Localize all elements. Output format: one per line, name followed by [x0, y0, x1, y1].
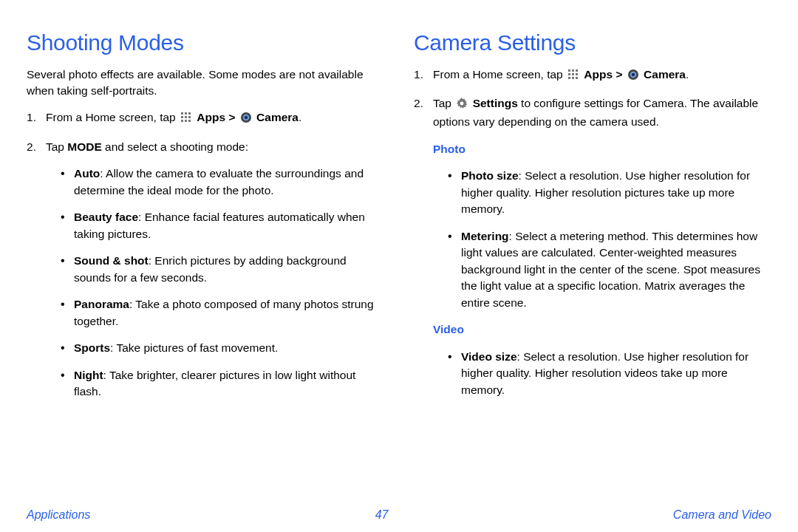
svg-rect-8 — [188, 120, 191, 122]
camera-icon — [627, 69, 639, 85]
step-1: From a Home screen, tap Apps > Camera. — [414, 66, 771, 85]
apps-label: Apps — [197, 111, 225, 123]
step-1: From a Home screen, tap Apps > Camera. — [27, 109, 384, 128]
mode-name: Auto — [74, 167, 100, 180]
mode-name: Night — [74, 369, 103, 381]
step-2: Tap MODE and select a shooting mode: Aut… — [27, 139, 384, 400]
svg-rect-15 — [568, 73, 570, 75]
camera-label: Camera — [644, 68, 686, 81]
subhead-photo: Photo — [414, 141, 771, 157]
list-item: Beauty face: Enhance facial features aut… — [61, 209, 384, 242]
svg-point-24 — [460, 102, 464, 106]
video-list: Video size: Select a resolution. Use hig… — [414, 349, 771, 398]
item-name: Photo size — [461, 169, 519, 182]
footer-left: Applications — [27, 508, 90, 522]
item-name: Metering — [461, 230, 509, 242]
svg-rect-16 — [572, 73, 574, 75]
mode-name: Sports — [74, 341, 110, 354]
mode-desc: : Allow the camera to evaluate the surro… — [74, 167, 364, 196]
svg-rect-17 — [576, 73, 578, 75]
svg-rect-4 — [185, 116, 187, 118]
svg-rect-13 — [572, 69, 574, 72]
list-item: Auto: Allow the camera to evaluate the s… — [61, 166, 384, 199]
subhead-video: Video — [414, 321, 771, 338]
list-item: Metering: Select a metering method. This… — [448, 228, 771, 311]
svg-rect-12 — [568, 69, 570, 72]
settings-steps: From a Home screen, tap Apps > Camera. T… — [414, 66, 771, 131]
list-item: Sports: Take pictures of fast movement. — [61, 340, 384, 356]
svg-point-23 — [632, 72, 635, 75]
gear-icon — [456, 98, 468, 114]
settings-label: Settings — [473, 97, 518, 109]
footer-right: Camera and Video — [673, 508, 771, 522]
list-item: Panorama: Take a photo composed of many … — [61, 296, 384, 330]
step2-prefix: Tap — [433, 97, 454, 109]
apps-grid-icon — [567, 69, 579, 85]
list-item: Night: Take brighter, clearer pictures i… — [61, 367, 384, 400]
list-item: Video size: Select a resolution. Use hig… — [448, 349, 771, 398]
gt: > — [613, 68, 626, 81]
svg-rect-19 — [572, 77, 574, 79]
heading-shooting-modes: Shooting Modes — [27, 27, 384, 59]
mode-desc: : Take pictures of fast movement. — [110, 341, 278, 354]
gt: > — [225, 111, 239, 123]
steps-list: From a Home screen, tap Apps > Camera. T… — [27, 109, 384, 400]
svg-rect-18 — [568, 77, 570, 79]
camera-label: Camera — [256, 111, 299, 123]
step-2: Tap Settings to configure settings for C… — [414, 95, 771, 131]
intro-text: Several photo effects are available. Som… — [27, 66, 384, 100]
mode-desc: : Take brighter, clearer pictures in low… — [74, 369, 355, 398]
period: . — [299, 111, 301, 123]
mode-label: MODE — [67, 140, 102, 153]
heading-camera-settings: Camera Settings — [414, 27, 771, 59]
photo-list: Photo size: Select a resolution. Use hig… — [414, 168, 771, 311]
mode-name: Beauty face — [74, 211, 138, 223]
modes-list: Auto: Allow the camera to evaluate the s… — [46, 166, 384, 400]
step1-prefix: From a Home screen, tap — [433, 68, 566, 81]
svg-rect-5 — [188, 116, 191, 118]
svg-rect-1 — [185, 112, 187, 115]
svg-rect-7 — [185, 120, 187, 122]
apps-label: Apps — [584, 68, 613, 81]
step2-suffix: and select a shooting mode: — [102, 140, 248, 153]
period: . — [686, 68, 689, 81]
step1-prefix: From a Home screen, tap — [46, 111, 179, 123]
camera-icon — [240, 112, 252, 128]
apps-grid-icon — [180, 112, 192, 128]
svg-rect-0 — [181, 112, 183, 115]
footer-page: 47 — [375, 508, 389, 522]
list-item: Photo size: Select a resolution. Use hig… — [448, 168, 771, 217]
mode-name: Sound & shot — [74, 254, 149, 267]
svg-rect-6 — [181, 120, 183, 122]
svg-point-11 — [245, 116, 248, 119]
item-name: Video size — [461, 350, 517, 363]
list-item: Sound & shot: Enrich pictures by adding … — [61, 253, 384, 286]
left-column: Shooting Modes Several photo effects are… — [27, 27, 384, 502]
svg-rect-3 — [181, 116, 183, 118]
footer: Applications 47 Camera and Video — [0, 508, 798, 522]
step2-prefix: Tap — [46, 140, 67, 153]
right-column: Camera Settings From a Home screen, tap … — [414, 27, 771, 502]
mode-name: Panorama — [74, 298, 129, 310]
svg-rect-14 — [576, 69, 578, 72]
svg-rect-2 — [188, 112, 191, 115]
svg-rect-20 — [576, 77, 578, 79]
page-content: Shooting Modes Several photo effects are… — [0, 0, 798, 502]
